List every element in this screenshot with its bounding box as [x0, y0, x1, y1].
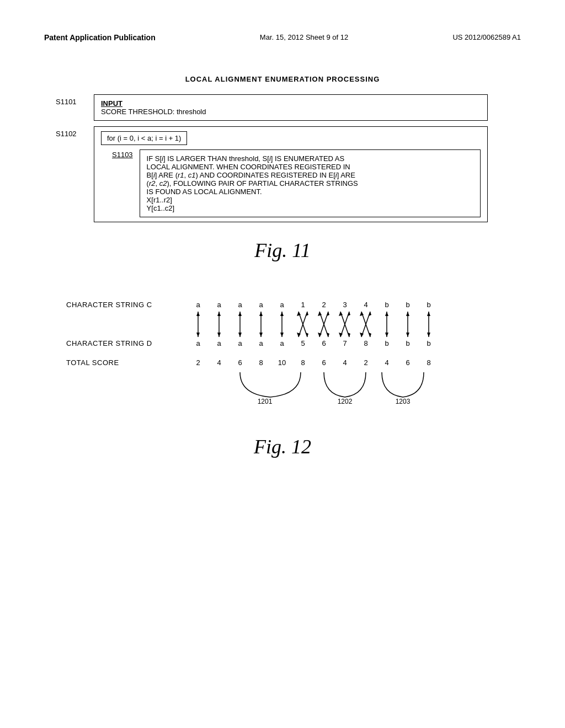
- arrow-8: [355, 311, 376, 338]
- char-c-9: b: [376, 301, 397, 309]
- score-0: 2: [188, 358, 209, 367]
- arrow-3: [250, 311, 271, 338]
- svg-marker-4: [217, 312, 221, 316]
- char-c-8: 4: [355, 301, 376, 309]
- svg-marker-43: [406, 312, 409, 316]
- char-string-c-row: CHARACTER STRING C a a a a a 1 2 3 4 b b…: [66, 301, 499, 309]
- arrow-6: [313, 311, 334, 338]
- svg-marker-10: [259, 312, 263, 316]
- char-c-5: 1: [292, 301, 313, 309]
- svg-marker-1: [196, 312, 200, 316]
- arrow-4: [271, 311, 292, 338]
- char-c-4: a: [271, 301, 292, 309]
- s1103-line3: B[i] ARE (r1, c1) AND COORDINATES REGIST…: [147, 171, 473, 179]
- arrow-10: [397, 311, 418, 338]
- s1103-line2: LOCAL ALIGNMENT. WHEN COORDINATES REGIST…: [147, 163, 473, 171]
- svg-marker-11: [259, 333, 263, 337]
- brackets-svg: 1201 1202 1203: [188, 370, 439, 405]
- page: Patent Application Publication Mar. 15, …: [0, 0, 565, 728]
- score-6: 6: [313, 358, 334, 367]
- svg-marker-13: [280, 312, 284, 316]
- patent-number: US 2012/0062589 A1: [452, 33, 521, 41]
- fig12-caption: Fig. 12: [44, 435, 521, 458]
- svg-marker-14: [280, 333, 284, 337]
- arrows-row: [66, 309, 499, 339]
- char-c-1: a: [209, 301, 230, 309]
- fig12-section: CHARACTER STRING C a a a a a 1 2 3 4 b b…: [44, 290, 521, 458]
- chars-d-area: a a a a a 5 6 7 8 b b b: [188, 339, 439, 347]
- char-c-6: 2: [313, 301, 334, 309]
- score-10: 6: [397, 358, 418, 367]
- arrow-0: [188, 311, 209, 338]
- score-4: 10: [271, 358, 292, 367]
- char-string-c-label: CHARACTER STRING C: [66, 301, 188, 309]
- arrow-5: [292, 311, 313, 338]
- s1103-line1: IF S[i] IS LARGER THAN threshold, S[i] I…: [147, 154, 473, 163]
- score-1: 4: [209, 358, 230, 367]
- char-d-10: b: [397, 339, 418, 347]
- svg-marker-7: [238, 312, 242, 316]
- s1103-line4: (r2, c2), FOLLOWING PAIR OF PARTIAL CHAR…: [147, 179, 473, 188]
- total-score-label: TOTAL SCORE: [66, 358, 188, 367]
- page-header: Patent Application Publication Mar. 15, …: [44, 33, 521, 42]
- char-c-2: a: [230, 301, 250, 309]
- char-string-d-row: CHARACTER STRING D a a a a a 5 6 7 8 b b…: [66, 339, 499, 347]
- score-3: 8: [250, 358, 271, 367]
- char-c-0: a: [188, 301, 209, 309]
- s1103-box: IF S[i] IS LARGER THAN threshold, S[i] I…: [140, 149, 481, 217]
- s1103-line6: X[r1..r2]: [147, 196, 473, 204]
- score-9: 4: [376, 358, 397, 367]
- publication-date: Mar. 15, 2012 Sheet 9 of 12: [260, 33, 348, 41]
- spacer: [66, 347, 499, 358]
- s1103-row: S1103 IF S[i] IS LARGER THAN threshold, …: [101, 149, 481, 217]
- char-c-10: b: [397, 301, 418, 309]
- char-c-11: b: [418, 301, 439, 309]
- svg-marker-47: [427, 333, 430, 337]
- diagram12: CHARACTER STRING C a a a a a 1 2 3 4 b b…: [44, 290, 521, 419]
- scores-area: 2 4 6 8 10 8 6 4 2 4 6 8: [188, 358, 439, 367]
- diagram-title: LOCAL ALIGNMENT ENUMERATION PROCESSING: [44, 75, 521, 83]
- arrow-1: [209, 311, 230, 338]
- char-d-8: 8: [355, 339, 376, 347]
- char-d-3: a: [250, 339, 271, 347]
- svg-marker-41: [385, 333, 388, 337]
- s1103-line7: Y[c1..c2]: [147, 204, 473, 212]
- score-threshold-text: SCORE THRESHOLD: threshold: [101, 108, 206, 116]
- char-d-6: 6: [313, 339, 334, 347]
- arrow-7: [334, 311, 355, 338]
- fig11-caption: Fig. 11: [44, 239, 521, 262]
- step-s1102-box: S1102 for (i = 0, i < a; i = i + 1) S110…: [94, 126, 488, 222]
- score-8: 2: [355, 358, 376, 367]
- svg-marker-2: [196, 333, 200, 337]
- char-d-0: a: [188, 339, 209, 347]
- svg-marker-44: [406, 333, 409, 337]
- step-s1103-label: S1103: [112, 151, 133, 159]
- arrows-area: [188, 309, 439, 339]
- char-c-7: 3: [334, 301, 355, 309]
- score-2: 6: [230, 358, 250, 367]
- score-5: 8: [292, 358, 313, 367]
- flowchart: S1101 INPUT SCORE THRESHOLD: threshold S…: [94, 94, 488, 222]
- svg-marker-40: [385, 312, 388, 316]
- step-s1101-label: S1101: [56, 98, 77, 106]
- char-string-d-label: CHARACTER STRING D: [66, 339, 188, 347]
- fig11-section: LOCAL ALIGNMENT ENUMERATION PROCESSING S…: [44, 75, 521, 262]
- char-d-1: a: [209, 339, 230, 347]
- input-label: INPUT: [101, 99, 122, 108]
- step-s1102-label: S1102: [56, 130, 77, 138]
- char-c-3: a: [250, 301, 271, 309]
- arrow-2: [230, 311, 250, 338]
- step-s1101-box: S1101 INPUT SCORE THRESHOLD: threshold: [94, 94, 488, 121]
- svg-marker-5: [217, 333, 221, 337]
- char-d-5: 5: [292, 339, 313, 347]
- s1101-content: INPUT SCORE THRESHOLD: threshold: [101, 99, 481, 116]
- label-1203: 1203: [396, 398, 411, 405]
- score-11: 8: [418, 358, 439, 367]
- score-7: 4: [334, 358, 355, 367]
- arrow-9: [376, 311, 397, 338]
- chars-c-area: a a a a a 1 2 3 4 b b b: [188, 301, 439, 309]
- label-1202: 1202: [338, 398, 353, 405]
- label-1201: 1201: [258, 398, 273, 405]
- arrow-11: [418, 311, 439, 338]
- for-loop-box: for (i = 0, i < a; i = i + 1): [101, 131, 187, 145]
